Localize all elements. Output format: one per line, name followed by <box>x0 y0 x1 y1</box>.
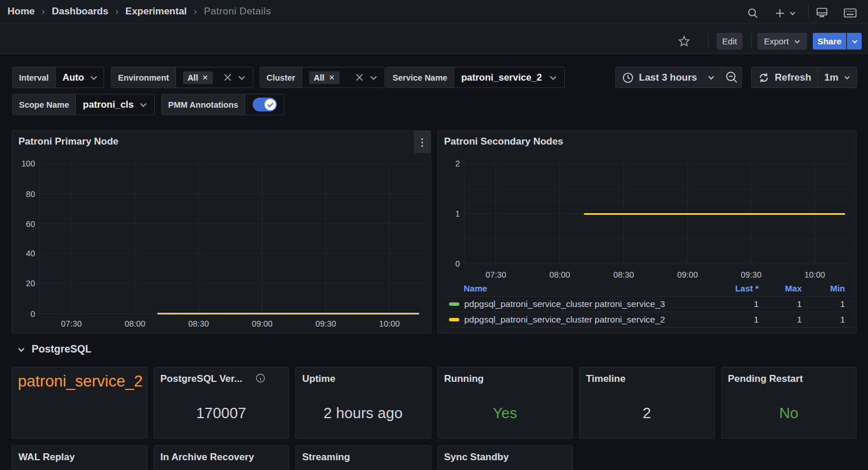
svg-text:08:00: 08:00 <box>125 319 146 328</box>
svg-text:09:00: 09:00 <box>252 319 273 328</box>
svg-text:10:00: 10:00 <box>804 270 825 279</box>
svg-text:100: 100 <box>21 159 35 168</box>
svg-text:2: 2 <box>455 159 460 168</box>
svg-text:20: 20 <box>26 279 35 288</box>
svg-text:80: 80 <box>26 189 35 199</box>
svg-text:09:30: 09:30 <box>315 319 336 328</box>
svg-text:60: 60 <box>26 219 35 229</box>
svg-text:40: 40 <box>26 249 35 258</box>
svg-text:08:00: 08:00 <box>549 270 570 279</box>
svg-text:10:00: 10:00 <box>379 319 400 328</box>
svg-text:09:30: 09:30 <box>741 270 762 279</box>
svg-text:08:30: 08:30 <box>613 270 634 279</box>
svg-text:07:30: 07:30 <box>61 319 82 328</box>
svg-text:09:00: 09:00 <box>677 270 698 279</box>
svg-text:08:30: 08:30 <box>188 319 209 328</box>
svg-text:1: 1 <box>455 209 460 218</box>
svg-text:0: 0 <box>455 259 460 268</box>
svg-text:07:30: 07:30 <box>485 270 506 279</box>
svg-text:0: 0 <box>31 309 35 319</box>
